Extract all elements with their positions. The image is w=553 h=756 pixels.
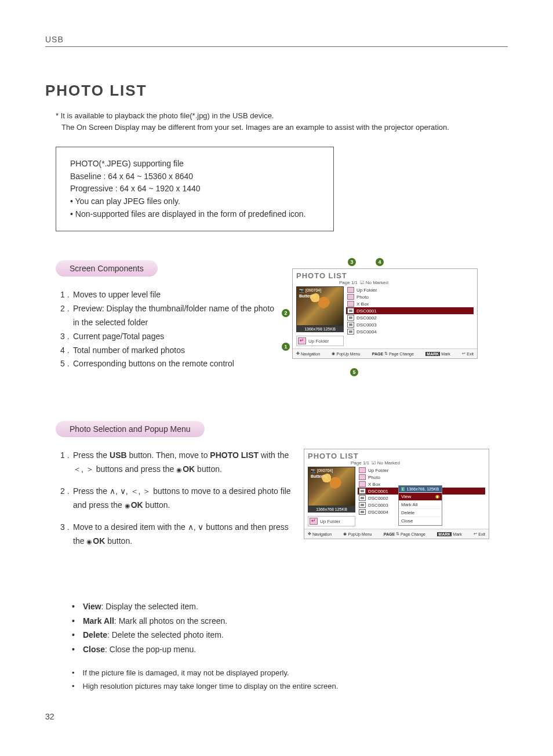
osd1-foot-popup: ◉ PopUp Menu — [332, 351, 360, 356]
osd1-row-dsc0001[interactable]: DSC0001 — [346, 307, 474, 314]
upfolder-icon — [310, 518, 318, 525]
picture-icon — [359, 488, 366, 494]
osd2-foot-nav: ✥ Navigation — [308, 532, 332, 536]
folder-icon — [359, 481, 366, 487]
osd2-foot-exit: ↩ Exit — [474, 532, 485, 536]
callout-1: 1 — [282, 343, 290, 351]
intro-text: * It is available to playback the photo … — [56, 110, 508, 133]
support-line-1: PHOTO(*.JPEG) supporting file — [70, 158, 319, 170]
callout-3: 3 — [348, 258, 356, 266]
osd2-footer: ✥ Navigation ◉ PopUp Menu PAGE⇅ Page Cha… — [304, 529, 489, 539]
notes-list: If the picture file is damaged, it may n… — [72, 667, 508, 693]
osd2-title: PHOTO LIST — [304, 449, 489, 460]
folder-icon — [359, 467, 366, 473]
callout-5: 5 — [350, 368, 358, 376]
callout-2: 2 — [282, 309, 290, 317]
sc-item-5: Corresponding buttons on the remote cont… — [73, 357, 234, 371]
osd1-preview-name: Butterfly — [299, 294, 316, 298]
osd2-upfolder-label: Up Folder — [320, 519, 340, 524]
osd2-preview-folder: 📷 [090704] — [311, 468, 333, 473]
folder-icon — [347, 301, 354, 307]
popup-info: i1366x768, 125KB — [399, 486, 442, 493]
osd1-foot-mark: MARK Mark — [425, 352, 450, 356]
desc-close: Close: Close the pop-up menu. — [72, 642, 508, 657]
support-box: PHOTO(*.JPEG) supporting file Baseline :… — [56, 147, 334, 231]
osd-screenshot-1: 3 4 2 1 5 PHOTO LIST Page 1/1 ☑ No Marke… — [292, 268, 487, 359]
desc-markall: Mark All: Mark all photos on the screen. — [72, 614, 508, 628]
folder-icon — [347, 287, 354, 293]
popup-delete[interactable]: Delete — [399, 509, 442, 517]
picture-icon — [359, 509, 366, 515]
osd1-row-dsc0002[interactable]: DSC0002 — [346, 314, 474, 321]
osd2-foot-popup: ◉ PopUp Menu — [343, 532, 372, 536]
osd1-row-dsc0003[interactable]: DSC0003 — [346, 321, 474, 328]
support-line-3: Progressive : 64 x 64 ~ 1920 x 1440 — [70, 183, 319, 195]
osd1-title: PHOTO LIST — [293, 269, 477, 280]
page-title: PHOTO LIST — [45, 82, 508, 100]
popup-view[interactable]: View — [399, 493, 442, 501]
osd2-foot-mark: MARK Mark — [437, 532, 462, 536]
osd1-row-dsc0004[interactable]: DSC0004 — [346, 328, 474, 335]
picture-icon — [347, 322, 354, 328]
osd2-upfolder-button[interactable]: Up Folder — [308, 516, 355, 526]
osd2-preview: 📷 [090704] Butterfly 1366x768 125KB Up F… — [308, 467, 355, 526]
osd2-page: Page 1/1 — [351, 460, 369, 466]
header-rule — [45, 46, 508, 47]
support-bullet-1: • You can play JPEG files only. — [70, 195, 319, 208]
step-1: Press the USB button. Then, move to PHOT… — [73, 449, 292, 477]
osd1-row-upfolder[interactable]: Up Folder — [346, 286, 474, 293]
step-3: Move to a desired item with the ∧, ∨ but… — [73, 521, 292, 548]
callout-4: 4 — [376, 258, 384, 266]
intro-line-1: * It is available to playback the photo … — [56, 110, 508, 122]
osd1-row-xbox[interactable]: X Box — [346, 300, 474, 307]
osd1-upfolder-button[interactable]: Up Folder — [296, 336, 344, 346]
osd2-row-photo[interactable]: Photo — [358, 474, 485, 481]
upfolder-icon — [298, 337, 306, 344]
screen-components-list: 1 .Moves to upper level file 2 .Preview:… — [60, 288, 281, 371]
osd1-foot-nav: ✥ Navigation — [296, 351, 320, 356]
osd2-preview-meta: 1366x768 125KB — [308, 506, 355, 513]
sc-item-3: Current page/Total pages — [73, 330, 164, 344]
picture-icon — [359, 495, 366, 501]
note-2: High resolution pictures may take longer… — [72, 680, 508, 693]
osd1-row-photo[interactable]: Photo — [346, 293, 474, 300]
osd1-upfolder-label: Up Folder — [308, 339, 329, 344]
osd1-footer: ✥ Navigation ◉ PopUp Menu PAGE⇅ Page Cha… — [293, 348, 477, 358]
header-section-label: USB — [45, 35, 508, 44]
desc-view: View: Display the selected item. — [72, 599, 508, 614]
osd2-popup-menu: i1366x768, 125KB View Mark All Delete Cl… — [398, 485, 442, 526]
sc-item-2: Preview: Display the thumbnail/folder na… — [73, 302, 281, 330]
support-line-2: Baseline : 64 x 64 ~ 15360 x 8640 — [70, 170, 319, 183]
support-bullet-2: • Non-supported files are displayed in t… — [70, 208, 319, 221]
osd2-row-upfolder[interactable]: Up Folder — [358, 467, 485, 474]
sc-item-4: Total number of marked photos — [73, 344, 185, 358]
osd1-preview-meta: 1366x768 125KB — [296, 326, 344, 332]
osd2-preview-name: Butterfly — [311, 474, 328, 478]
osd-screenshot-2: PHOTO LIST Page 1/1 ☑ No Marked 📷 [09070… — [304, 449, 499, 539]
osd1-page: Page 1/1 — [339, 280, 358, 285]
section-heading-screen-components: Screen Components — [56, 260, 158, 277]
picture-icon — [347, 308, 354, 314]
osd1-file-list: Up Folder Photo X Box DSC0001 DSC0002 DS… — [346, 286, 474, 346]
osd1-foot-exit: ↩ Exit — [462, 351, 474, 356]
step-2: Press the ∧, ∨, ＜, ＞ buttons to move to … — [73, 485, 292, 513]
osd1-foot-page: PAGE⇅ Page Change — [372, 351, 414, 356]
osd1-marked: No Marked — [366, 280, 388, 285]
osd1-preview-folder: 📷 [090704] — [299, 288, 321, 293]
sc-item-1: Moves to upper level file — [73, 288, 161, 302]
folder-icon — [347, 294, 354, 300]
osd2-marked: No Marked — [377, 460, 400, 466]
popup-markall[interactable]: Mark All — [399, 501, 442, 509]
intro-line-2: The On Screen Display may be different f… — [61, 122, 508, 133]
picture-icon — [347, 315, 354, 321]
popup-description-list: View: Display the selected item. Mark Al… — [72, 599, 508, 656]
photo-selection-steps: 1 . Press the USB button. Then, move to … — [60, 449, 292, 557]
osd2-foot-page: PAGE⇅ Page Change — [384, 532, 425, 536]
page-number: 32 — [45, 712, 54, 721]
popup-close[interactable]: Close — [399, 517, 442, 525]
osd1-preview: 📷 [090704] Butterfly 1366x768 125KB Up F… — [296, 286, 344, 346]
desc-delete: Delete: Delete the selected photo item. — [72, 628, 508, 642]
folder-icon — [359, 474, 366, 480]
section-heading-photo-selection: Photo Selection and Popup Menu — [56, 421, 205, 437]
note-1: If the picture file is damaged, it may n… — [72, 667, 508, 680]
